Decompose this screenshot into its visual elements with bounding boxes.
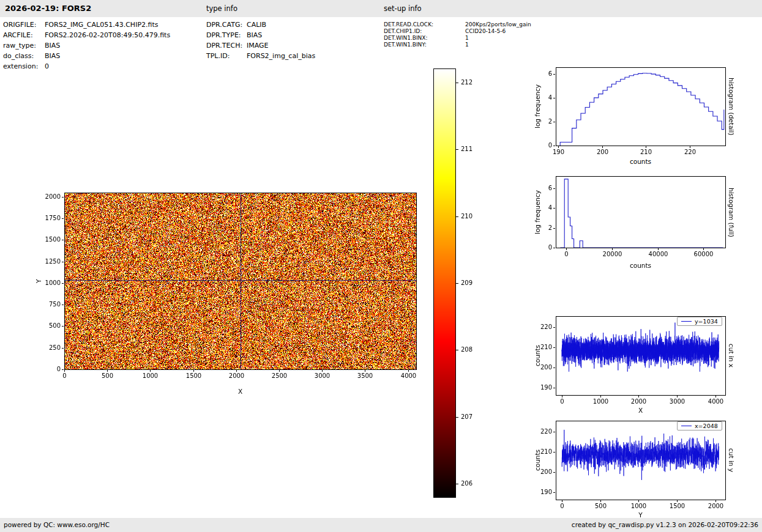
cut-x-legend: y=1034 xyxy=(677,317,722,326)
file-info-row: ORIGFILE: FORS2_IMG_CAL051.43.CHIP2.fits xyxy=(3,20,170,30)
arcfile-value: FORS2.2026-02-20T08:49:50.479.fits xyxy=(45,30,170,40)
type-info-row: DPR.CATG: CALIB xyxy=(206,20,315,30)
cut-x-right-label: cut in x xyxy=(727,319,736,393)
cut-y-legend-label: x=2048 xyxy=(695,423,718,429)
read-clock-value: 200Kps/2ports/low_gain xyxy=(465,21,531,28)
file-info-row: ARCFILE: FORS2.2026-02-20T08:49:50.479.f… xyxy=(3,30,170,40)
cut-y-right-label: cut in y xyxy=(727,424,736,497)
dpr-type-value: BIAS xyxy=(247,30,262,40)
extension-value: 0 xyxy=(45,61,49,72)
footer-generated: created by qc_rawdisp.py v1.2.3 on 2026-… xyxy=(572,521,758,528)
chip-id-label: DET.CHIP1.ID: xyxy=(384,28,465,35)
rawtype-label: raw_type: xyxy=(3,40,45,51)
qc-report-page: 2026-02-19: FORS2 type info set-up info … xyxy=(0,0,762,532)
biny-label: DET.WIN1.BINY: xyxy=(384,42,465,48)
extension-label: extension: xyxy=(3,61,45,72)
origfile-label: ORIGFILE: xyxy=(3,20,45,30)
tpl-id-value: FORS2_img_cal_bias xyxy=(247,51,315,61)
cut-x-legend-label: y=1034 xyxy=(695,318,718,325)
hist-full-right-label: histogram (full) xyxy=(727,173,736,251)
report-title: 2026-02-19: FORS2 xyxy=(5,4,91,13)
cut-y-ylabel: counts xyxy=(533,421,542,500)
dpr-catg-value: CALIB xyxy=(247,20,266,30)
tpl-id-label: TPL.ID: xyxy=(206,51,247,61)
file-info-row: raw_type: BIAS xyxy=(3,40,170,51)
dpr-type-label: DPR.TYPE: xyxy=(206,30,247,40)
bias-image-canvas xyxy=(32,182,431,396)
cut-x-ylabel: counts xyxy=(533,316,542,395)
hist-full-canvas xyxy=(535,171,730,267)
hist-full-xlabel: counts xyxy=(556,262,725,269)
read-clock-label: DET.READ.CLOCK: xyxy=(384,21,465,28)
setup-info-heading: set-up info xyxy=(384,4,422,13)
colorbar-canvas xyxy=(433,68,481,499)
type-info-block: DPR.CATG: CALIB DPR.TYPE: BIAS DPR.TECH:… xyxy=(206,20,315,61)
origfile-value: FORS2_IMG_CAL051.43.CHIP2.fits xyxy=(45,20,159,30)
biny-value: 1 xyxy=(465,42,469,48)
rawtype-value: BIAS xyxy=(45,40,60,51)
file-info-block: ORIGFILE: FORS2_IMG_CAL051.43.CHIP2.fits… xyxy=(3,20,170,72)
hist-full-ylabel: log frequency xyxy=(533,176,542,248)
dpr-catg-label: DPR.CATG: xyxy=(206,20,247,30)
hist-detail-right-label: histogram (detail) xyxy=(727,64,736,149)
bias-image-xlabel: X xyxy=(64,388,416,395)
bias-image-ylabel: Y xyxy=(34,193,43,369)
setup-info-row: DET.WIN1.BINY: 1 xyxy=(384,42,531,48)
type-info-row: DPR.TECH: IMAGE xyxy=(206,40,315,51)
legend-line-swatch xyxy=(681,321,692,322)
cut-y-legend: x=2048 xyxy=(677,421,722,430)
cut-x-xlabel: X xyxy=(556,407,725,414)
file-info-row: do_class: BIAS xyxy=(3,51,170,61)
dpr-tech-label: DPR.TECH: xyxy=(206,40,247,51)
chip-id-value: CCID20-14-5-6 xyxy=(465,28,506,35)
dpr-tech-value: IMAGE xyxy=(247,40,269,51)
hist-detail-ylabel: log frequency xyxy=(533,67,542,146)
title-bar: 2026-02-19: FORS2 type info set-up info xyxy=(0,0,762,17)
setup-info-row: DET.CHIP1.ID: CCID20-14-5-6 xyxy=(384,28,531,35)
setup-info-row: DET.READ.CLOCK: 200Kps/2ports/low_gain xyxy=(384,21,531,28)
type-info-row: DPR.TYPE: BIAS xyxy=(206,30,315,40)
footer-bar: powered by QC: www.eso.org/HC created by… xyxy=(0,518,762,532)
hist-detail-xlabel: counts xyxy=(556,158,725,165)
footer-credit: powered by QC: www.eso.org/HC xyxy=(4,521,110,528)
doclass-label: do_class: xyxy=(3,51,45,61)
setup-info-row: DET.WIN1.BINX: 1 xyxy=(384,35,531,42)
legend-line-swatch xyxy=(681,426,692,426)
setup-info-block: DET.READ.CLOCK: 200Kps/2ports/low_gain D… xyxy=(384,21,531,48)
arcfile-label: ARCFILE: xyxy=(3,30,45,40)
type-info-row: TPL.ID: FORS2_img_cal_bias xyxy=(206,51,315,61)
hist-detail-canvas xyxy=(535,61,730,157)
type-info-heading: type info xyxy=(206,4,237,13)
binx-label: DET.WIN1.BINX: xyxy=(384,35,465,42)
binx-value: 1 xyxy=(465,35,469,42)
doclass-value: BIAS xyxy=(45,51,60,61)
file-info-row: extension: 0 xyxy=(3,61,170,72)
